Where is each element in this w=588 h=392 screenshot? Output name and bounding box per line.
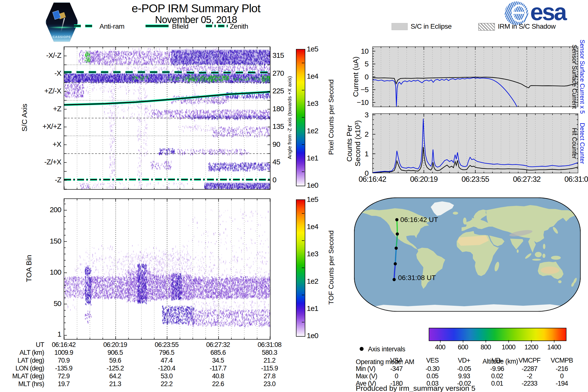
axis-intervals-label: Axis intervals [368, 346, 405, 353]
voltage-cell: -2233 [512, 380, 546, 387]
voltage-col-header: VMCPF [512, 357, 546, 364]
ephemeris-cell: 06:23:55 [144, 341, 189, 349]
altitude-tick-mark [554, 340, 555, 342]
pixel-colorbar-tick-label: 1e3 [307, 99, 329, 108]
legend-zenith-label: Zenith [230, 22, 248, 30]
ephemeris-cell: 580.3 [248, 349, 292, 356]
ephemeris-cell: 47.4 [144, 357, 189, 364]
cassiope-mission-patch: CASSIOPE [45, 2, 78, 42]
sc-axis-category-label: +Z [24, 104, 61, 113]
altitude-tick-mark [531, 340, 532, 342]
angle-tick-label: 315 [272, 51, 292, 60]
colorbar-minor-tick [302, 295, 304, 295]
voltage-col-header: VD- [480, 357, 514, 364]
voltage-cell: 0.01 [480, 380, 514, 387]
current-ytick-label: −10 [348, 98, 368, 106]
sc-axis-category-label: +Z/-X [24, 87, 61, 95]
zenith-line-sample [205, 24, 228, 28]
voltage-cell: -0.05 [447, 365, 481, 373]
esa-logo-wordmark: esa [530, 0, 586, 26]
produced-by-footer: Produced by irm_summary version 5 [356, 384, 476, 392]
ephemeris-cell: 22.6 [196, 380, 240, 388]
ephemeris-cell: 59.6 [93, 357, 137, 364]
map-outback [541, 266, 559, 274]
tof-colorbar-tick-label: 1e4 [307, 222, 329, 231]
toa-spectrogram-canvas [64, 198, 270, 340]
page-subtitle-date: November 05, 2018 [98, 14, 294, 25]
ephemeris-cell: -117.7 [196, 364, 240, 372]
ephemeris-cell: 19.7 [42, 380, 86, 388]
sensor-surface-current-label: Sensor Surface Current [571, 44, 578, 109]
current-chart [372, 46, 578, 107]
ephemeris-cell: 06:27:32 [196, 341, 240, 349]
counts-ytick-label: 3 [348, 111, 368, 119]
pixel-colorbar-tick-label: 1e2 [307, 127, 329, 135]
ephemeris-cell: 21.3 [93, 380, 137, 388]
voltage-cell: 0.02 [480, 372, 514, 380]
tof-colorbar-label: TOF Counts per Second [327, 230, 335, 305]
patch-cassiope-label: CASSIOPE [46, 35, 78, 39]
track-start-time-label: 06:16:42 UT [400, 216, 438, 224]
pixel-colorbar [296, 49, 305, 186]
ephemeris-row-label: MLT (hrs) [2, 380, 44, 388]
hit-counter-label: Hit Counter [571, 128, 578, 159]
current-ytick-label: 5 [348, 60, 368, 68]
toa-tick-label: 50 [37, 300, 61, 308]
legend-shadow-label: IRM in S/C Shadow [498, 22, 556, 30]
map-body [354, 198, 581, 312]
ephemeris-cell: 40.8 [196, 372, 240, 380]
counts-chart [372, 114, 578, 173]
tof-colorbar-tick-label: 1e2 [307, 277, 329, 286]
ephemeris-cell: 64.2 [93, 372, 137, 380]
pixel-spectrogram-canvas [64, 46, 270, 190]
voltage-cell: 0.05 [415, 372, 450, 380]
ephemeris-cell: 72.9 [42, 372, 86, 380]
sc-axis-category-label: +X [24, 140, 61, 148]
ephemeris-cell: 21.2 [248, 357, 292, 364]
voltage-cell: -2 [512, 372, 546, 380]
esa-logo: esa [505, 2, 586, 25]
voltage-col-header: VES [415, 357, 450, 364]
voltage-cell: 9.93 [447, 372, 481, 380]
time-tick-label: 06:20:19 [402, 175, 446, 184]
voltage-cell: -194 [545, 380, 579, 387]
ephemeris-cell: -125.2 [93, 364, 137, 372]
track-end-time-label: 06:31:08 UT [398, 274, 436, 282]
ephemeris-cell: 685.6 [196, 349, 240, 356]
ephemeris-cell: 06:20:19 [93, 341, 137, 349]
colorbar-minor-tick [302, 172, 304, 172]
colorbar-minor-tick [302, 63, 304, 63]
voltage-col-header: VD+ [447, 357, 481, 364]
eclipse-swatch [392, 23, 408, 30]
time-tick-label: 06:23:55 [453, 175, 497, 184]
toa-bin-ylabel: TOA Bin [25, 255, 33, 282]
toa-tick-label: 100 [37, 268, 61, 276]
axis-intervals-dot [360, 347, 364, 351]
pixel-colorbar-tick-label: 1e0 [307, 181, 329, 190]
pixel-colorbar-tick-label: 1e4 [307, 72, 329, 80]
voltage-cell: -347 [379, 365, 414, 373]
angle-tick-label: 0 [272, 176, 292, 184]
colorbar-minor-tick [302, 213, 304, 214]
altitude-tick-label: 1400 [540, 344, 569, 351]
ephemeris-cell: 53.0 [144, 372, 189, 380]
ground-track-map: 06:16:42 UT06:31:08 UT [354, 198, 581, 312]
colorbar-minor-tick [302, 240, 304, 241]
current-ytick-label: 0 [348, 73, 368, 81]
ephemeris-row-label: LAT (deg) [2, 357, 44, 364]
voltage-col-header: VCMPB [545, 357, 579, 364]
colorbar-minor-tick [302, 144, 304, 145]
pixel-colorbar-tick-label: 1e1 [307, 154, 329, 162]
ephemeris-cell: -120.4 [144, 364, 189, 372]
epop-irm-summary-page: CASSIOPE e-POP IRM Summary Plot November… [0, 0, 588, 392]
toa-tick-label: 1 [37, 330, 61, 338]
detect-counter-label: Detect Counter [579, 123, 586, 164]
time-tick-label: 06:31:08 [556, 175, 588, 184]
antiram-line-sample [74, 24, 96, 28]
ephemeris-cell: 06:31:08 [248, 341, 292, 349]
ephemeris-row-label: LON (deg) [2, 364, 44, 372]
tof-colorbar-tick-label: 1e0 [307, 332, 329, 340]
sc-axis-category-label: +X/+Z [24, 122, 61, 130]
altitude-colorbar [429, 328, 566, 341]
colorbar-minor-tick [302, 117, 304, 118]
